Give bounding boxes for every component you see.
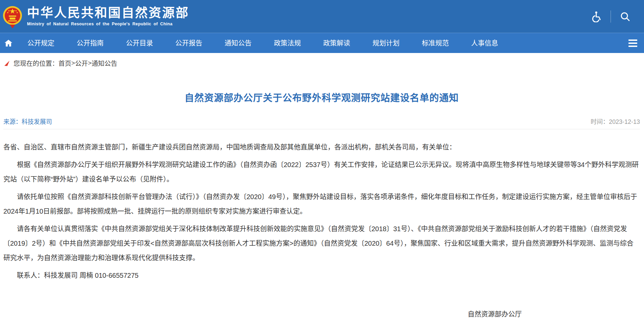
article-body: 各省、自治区、直辖市自然资源主管部门，新疆生产建设兵团自然资源局，中国地质调查局… <box>3 140 640 283</box>
site-header: 中华人民共和国自然资源部 Ministry of Natural Resourc… <box>0 0 644 33</box>
paragraph-salutation: 各省、自治区、直辖市自然资源主管部门，新疆生产建设兵团自然资源局，中国地质调查局… <box>3 140 640 155</box>
paragraph-announcement: 根据《自然资源部办公厅关于组织开展野外科学观测研究站建设工作的函》（自然资办函〔… <box>3 158 640 187</box>
site-title: 中华人民共和国自然资源部 <box>27 6 189 20</box>
signature-date: 2023年12月5日 <box>3 322 522 323</box>
paragraph-contact: 联系人：科技发展司 周楠 010-66557275 <box>3 268 640 283</box>
header-divider <box>611 10 611 23</box>
paragraph-requirements: 请依托单位按照《自然资源部科技创新平台管理办法（试行）》（自然资办发〔2020〕… <box>3 190 640 219</box>
location-pointer-icon <box>4 60 10 66</box>
nav-item-policy-interpretation[interactable]: 政策解读 <box>312 33 361 53</box>
nav-item-planning[interactable]: 规划计划 <box>361 33 411 53</box>
nav-item-open-guide[interactable]: 公开指南 <box>66 33 115 53</box>
nav-item-standards[interactable]: 标准规范 <box>411 33 460 53</box>
nav-item-open-provisions[interactable]: 公开规定 <box>16 33 66 53</box>
site-brand[interactable]: 中华人民共和国自然资源部 Ministry of Natural Resourc… <box>3 4 189 29</box>
accessibility-icon[interactable] <box>590 11 602 22</box>
main-nav: 公开规定 公开指南 公开目录 公开报告 通知公告 政策法规 政策解读 规划计划 … <box>0 33 644 53</box>
article-time: 时间：2023-12-13 <box>591 117 640 126</box>
menu-icon[interactable] <box>628 39 637 47</box>
nav-item-policies-regulations[interactable]: 政策法规 <box>263 33 312 53</box>
breadcrumb-separator: > <box>88 59 92 67</box>
nav-item-notices[interactable]: 通知公告 <box>213 33 263 53</box>
article-source[interactable]: 来源：科技发展司 <box>3 117 52 126</box>
article: 自然资源部办公厅关于公布野外科学观测研究站建设名单的通知 来源：科技发展司 时间… <box>0 90 644 323</box>
breadcrumb-separator: > <box>71 59 75 67</box>
signature-block: 自然资源部办公厅 2023年12月5日 <box>3 307 640 323</box>
national-emblem-icon <box>3 5 22 29</box>
breadcrumb-label: 您现在的位置： <box>14 58 58 68</box>
signature-office: 自然资源部办公厅 <box>3 307 522 322</box>
brand-text: 中华人民共和国自然资源部 Ministry of Natural Resourc… <box>27 6 189 26</box>
search-icon[interactable] <box>620 11 630 22</box>
breadcrumb-link-home[interactable]: 首页 <box>58 58 71 68</box>
header-actions <box>590 10 630 23</box>
nav-item-open-reports[interactable]: 公开报告 <box>164 33 213 53</box>
home-icon[interactable] <box>4 39 13 48</box>
article-meta: 来源：科技发展司 时间：2023-12-13 <box>3 117 640 129</box>
site-subtitle: Ministry of Natural Resources of the Peo… <box>27 22 189 26</box>
paragraph-implementation: 请各有关单位认真贯彻落实《中共自然资源部党组关于深化科技体制改革提升科技创新效能… <box>3 222 640 265</box>
breadcrumb-link-open[interactable]: 公开 <box>75 58 88 68</box>
breadcrumb-link-notices[interactable]: 通知公告 <box>92 58 117 68</box>
breadcrumb: 您现在的位置： 首页 > 公开 > 通知公告 <box>0 53 644 71</box>
article-title: 自然资源部办公厅关于公布野外科学观测研究站建设名单的通知 <box>3 90 640 104</box>
nav-item-personnel[interactable]: 人事信息 <box>460 33 509 53</box>
nav-item-open-catalog[interactable]: 公开目录 <box>115 33 164 53</box>
